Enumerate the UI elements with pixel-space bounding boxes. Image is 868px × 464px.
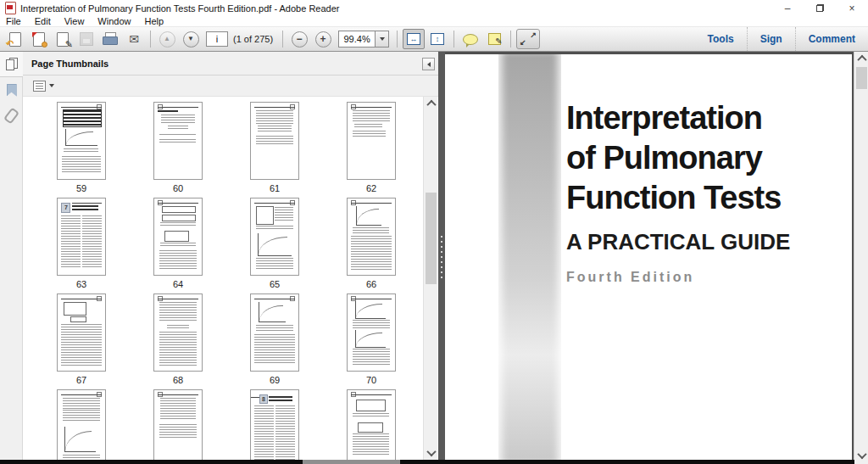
fill-sign-button[interactable]: ✎ (52, 29, 74, 49)
page-thumbnails-icon (6, 58, 18, 70)
thumbnail-page-image[interactable] (153, 102, 203, 180)
next-page-button[interactable]: ▼ (180, 29, 202, 49)
page-thumbnail[interactable] (323, 389, 420, 460)
bookmarks-tab[interactable] (0, 77, 23, 103)
scroll-down-button[interactable] (854, 449, 868, 462)
page-thumbnail-65[interactable]: 65 (226, 198, 323, 293)
page-thumbnail-70[interactable]: 70 (323, 293, 420, 389)
previous-page-button[interactable]: ▲ (156, 29, 178, 49)
page-number-input[interactable]: i (206, 31, 228, 47)
restore-button[interactable] (804, 0, 836, 16)
thumbnail-page-image[interactable] (153, 293, 203, 372)
thumbnail-page-image[interactable] (347, 389, 396, 460)
thumbnail-page-number: 63 (76, 279, 86, 289)
save-icon (80, 32, 93, 46)
menu-item-help[interactable]: Help (137, 16, 170, 26)
page-thumbnail-62[interactable]: 62 (323, 102, 420, 198)
zoom-level-combobox[interactable]: 99.4% (338, 31, 389, 48)
page-thumbnail[interactable] (33, 389, 130, 460)
thumbnails-scrollbar[interactable] (423, 97, 437, 460)
page-thumbnail-60[interactable]: 60 (130, 102, 226, 198)
email-button[interactable]: ✉ (123, 29, 145, 49)
thumbnail-page-image[interactable] (347, 198, 396, 276)
create-pdf-button[interactable] (28, 29, 50, 49)
scrollbar-thumb[interactable] (426, 193, 437, 284)
chevron-down-icon (49, 84, 54, 87)
page-thumbnail[interactable]: 8 (226, 389, 323, 460)
minimize-button[interactable]: – (771, 0, 804, 16)
page-thumbnail-66[interactable]: 66 (323, 198, 420, 293)
collapse-panel-button[interactable] (422, 58, 435, 70)
document-scrollbar[interactable] (854, 52, 868, 464)
page-thumbnail-59[interactable]: 59 (33, 102, 130, 198)
pdf-file-icon (5, 2, 16, 14)
fullscreen-button[interactable]: ↗↙ (516, 29, 540, 49)
thumbnail-page-image[interactable] (250, 102, 299, 180)
menu-item-window[interactable]: Window (91, 16, 137, 26)
thumbnail-page-number: 61 (270, 183, 280, 193)
thumbnail-page-image[interactable] (57, 102, 106, 180)
open-button[interactable]: ↶ (4, 29, 26, 49)
page-thumbnail-68[interactable]: 68 (130, 293, 226, 389)
book-edition: Fourth Edition (566, 270, 837, 285)
thumbnail-page-image[interactable] (347, 293, 396, 372)
scrollbar-thumb[interactable] (856, 67, 867, 89)
page-thumbnail-61[interactable]: 61 (226, 102, 323, 198)
fit-width-button[interactable]: ↔ (403, 29, 425, 49)
scroll-up-button[interactable] (424, 97, 438, 110)
book-title-line: Function Tests (566, 178, 837, 218)
toolbar: ↶ ✎ ✉ ▲ ▼ i (1 of 275) − + 99.4% ↔ ↕ ✎ ↗… (0, 26, 868, 52)
close-button[interactable]: × (836, 0, 868, 16)
tools-button[interactable]: Tools (695, 27, 747, 51)
menu-item-edit[interactable]: Edit (28, 16, 58, 26)
thumbnail-page-number: 64 (173, 279, 183, 289)
thumbnail-page-image[interactable] (153, 389, 203, 460)
comment-bubble-button[interactable] (459, 29, 481, 49)
panel-splitter[interactable] (438, 52, 445, 464)
fit-page-button[interactable]: ↕ (426, 29, 448, 49)
zoom-out-button[interactable]: − (288, 29, 310, 49)
page-thumbnail-69[interactable]: 69 (226, 293, 323, 389)
menu-item-file[interactable]: File (0, 16, 28, 26)
thumbnail-page-image[interactable] (153, 198, 203, 276)
thumbnail-page-image[interactable]: 8 (250, 389, 299, 460)
panel-options-row (23, 75, 438, 97)
scroll-up-button[interactable] (854, 52, 868, 65)
thumbnail-page-number: 67 (76, 375, 86, 385)
navigation-pane-strip (0, 52, 23, 464)
thumbnail-page-image[interactable] (57, 293, 106, 372)
title-bar: Interpretation of Pulmonary Function Tes… (0, 0, 868, 16)
comment-button[interactable]: Comment (795, 27, 868, 51)
page-thumbnail-67[interactable]: 67 (33, 293, 130, 389)
thumbnail-page-image[interactable] (250, 198, 299, 276)
attachments-tab[interactable] (0, 103, 23, 128)
page-thumbnail[interactable] (130, 389, 226, 460)
restore-icon (816, 4, 824, 12)
document-page: Interpretation of Pulmonary Function Tes… (445, 54, 852, 461)
adobe-reader-window: Interpretation of Pulmonary Function Tes… (0, 0, 868, 464)
page-thumbnail-64[interactable]: 64 (130, 198, 226, 293)
menu-bar: FileEditViewWindowHelp (0, 16, 868, 26)
book-subtitle: A PRACTICAL GUIDE (566, 229, 837, 255)
save-button[interactable] (75, 29, 97, 49)
thumbnail-page-image[interactable] (250, 293, 299, 372)
page-thumbnail-63[interactable]: 763 (33, 198, 130, 293)
book-title-line: of Pulmonary (566, 138, 837, 178)
page-thumbnails-tab[interactable] (0, 52, 23, 77)
thumbnail-page-image[interactable]: 7 (57, 198, 106, 276)
print-button[interactable] (99, 29, 121, 49)
menu-item-view[interactable]: View (58, 16, 92, 26)
zoom-dropdown-button[interactable] (375, 31, 388, 47)
thumbnail-page-image[interactable] (57, 389, 106, 460)
scroll-down-button[interactable] (424, 446, 438, 460)
horizontal-scrollbar-thumb[interactable] (303, 460, 400, 464)
zoom-out-icon: − (292, 31, 308, 48)
sign-button[interactable]: Sign (747, 27, 795, 51)
sticky-note-button[interactable]: ✎ (483, 29, 505, 49)
thumbnail-page-image[interactable] (347, 102, 396, 180)
thumbnail-page-number: 60 (173, 183, 183, 193)
options-list-icon (33, 81, 46, 92)
thumbnail-options-button[interactable] (33, 81, 54, 92)
thumbnail-page-number: 68 (173, 375, 183, 385)
zoom-in-button[interactable]: + (312, 29, 334, 49)
